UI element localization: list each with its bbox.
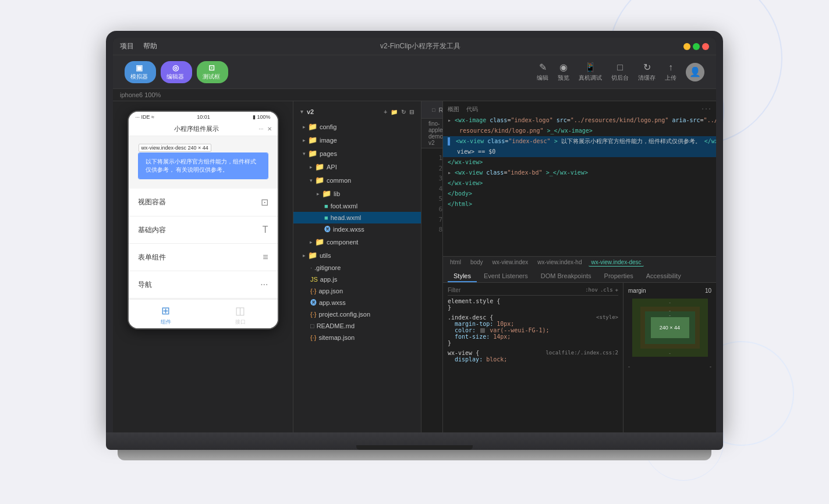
styles-filter-row: :hov .cls + xyxy=(448,285,618,296)
sitemap-label: sitemap.json xyxy=(318,334,355,341)
menu-project[interactable]: 项目 xyxy=(120,41,134,51)
code-line-4: 4 <view class="page-head-line"></view> xyxy=(421,184,442,194)
upload-tool[interactable]: ↑ 上传 xyxy=(665,62,676,82)
user-avatar[interactable]: 👤 xyxy=(686,63,704,81)
overview-tab[interactable]: 概图 xyxy=(448,105,459,114)
style-rule-element: element.style { } xyxy=(448,298,618,311)
selected-element-overlay: wx-view.index-desc 240 × 44 以下将展示小程序官方组件… xyxy=(138,152,268,179)
list-item-2[interactable]: 基础内容 T xyxy=(129,216,278,244)
nav-item-components[interactable]: ⊞ 组件 xyxy=(161,304,171,326)
api-chevron xyxy=(310,164,313,170)
sel-wx-view-index-desc[interactable]: wx-view.index-desc xyxy=(589,258,643,267)
tree-item-lib[interactable]: 📁 lib xyxy=(293,187,421,200)
list-label-4: 导航 xyxy=(138,280,152,290)
filter-hint-plus[interactable]: + xyxy=(615,287,618,293)
tree-item-project-config[interactable]: {·} project.config.json xyxy=(293,308,421,320)
devtools-panel: 概图 代码 ··· ▸ <wx-image class="index-logo"… xyxy=(442,101,716,432)
close-button[interactable] xyxy=(702,43,709,50)
line-num-4: 4 xyxy=(426,184,442,194)
tree-item-image[interactable]: 📁 image xyxy=(293,133,421,147)
index-desc-selector: .index-desc { xyxy=(448,314,493,321)
laptop-container: 项目 帮助 v2-FinClip小程序开发工具 ▣ xyxy=(106,31,723,473)
list-item-1[interactable]: 视图容器 ⊡ xyxy=(129,189,278,216)
tree-item-pages[interactable]: 📁 pages xyxy=(293,147,421,160)
tree-item-component[interactable]: 📁 component xyxy=(293,235,421,249)
editor-button[interactable]: ◎ 编辑器 xyxy=(161,61,192,83)
tree-item-foot-wxml[interactable]: ■ foot.wxml xyxy=(293,200,421,212)
edit-tool[interactable]: ✎ 编辑 xyxy=(537,62,548,82)
code-tab[interactable]: 代码 xyxy=(466,105,478,114)
tree-item-index-wxss[interactable]: 🅜 index.wxss xyxy=(293,223,421,235)
preview-tool[interactable]: ◉ 预览 xyxy=(558,62,569,82)
device-debug-tool[interactable]: 📱 真机调试 xyxy=(579,62,602,82)
test-button[interactable]: ⊡ 测试框 xyxy=(197,61,228,83)
head-wxml-icon: ■ xyxy=(324,214,328,221)
devtools-html-line-1: ▸ <wx-image class="index-logo" src="../r… xyxy=(443,115,716,126)
list-item-4[interactable]: 导航 ··· xyxy=(129,271,278,299)
styles-tab-styles[interactable]: Styles xyxy=(448,271,477,282)
component-label: component xyxy=(327,239,358,246)
breadcrumb: fino-applet-demo-v2 › pages › common › h… xyxy=(421,119,442,148)
nav-components-label: 组件 xyxy=(161,318,171,326)
minimize-button[interactable] xyxy=(683,43,690,50)
sel-wx-view-index[interactable]: wx-view.index xyxy=(490,258,531,267)
nav-item-api[interactable]: ◫ 接口 xyxy=(235,304,246,326)
tab-readme[interactable]: □ README.md xyxy=(426,101,442,118)
styles-tab-properties[interactable]: Properties xyxy=(598,271,639,282)
toolbar-right: ✎ 编辑 ◉ 预览 📱 真机调试 □ 切后台 xyxy=(537,62,704,82)
devtools-html-view[interactable]: 概图 代码 ··· ▸ <wx-image class="index-logo"… xyxy=(443,101,716,256)
style-rule-wx-view: wx-view { localfile:/.index.css:2 displa… xyxy=(448,350,618,363)
filter-hint-hov[interactable]: :hov xyxy=(585,287,598,293)
devtools-html-line-5: </wx-view> xyxy=(443,157,716,168)
tree-item-common[interactable]: 📁 common xyxy=(293,173,421,187)
common-folder-icon: 📁 xyxy=(315,176,324,184)
refresh-icon[interactable]: ↻ xyxy=(401,109,406,115)
tree-item-sitemap[interactable]: {·} sitemap.json xyxy=(293,332,421,343)
list-label-1: 视图容器 xyxy=(138,197,166,207)
new-folder-icon[interactable]: 📁 xyxy=(391,109,398,115)
devtools-more[interactable]: ··· xyxy=(701,105,711,114)
menu-help[interactable]: 帮助 xyxy=(143,41,157,51)
line-num-2: 2 xyxy=(426,164,442,174)
styles-tab-event-listeners[interactable]: Event Listeners xyxy=(478,271,534,282)
api-folder-icon: 📁 xyxy=(315,162,324,171)
tree-item-api[interactable]: 📁 API xyxy=(293,160,421,173)
tree-item-head-wxml[interactable]: ■ head.wxml xyxy=(293,212,421,223)
component-chevron xyxy=(310,239,313,245)
clear-cache-icon: ↻ xyxy=(643,62,651,73)
code-line-7: 7 </template> xyxy=(421,215,442,225)
tree-item-app-json[interactable]: {·} app.json xyxy=(293,285,421,297)
list-label-3: 表单组件 xyxy=(138,253,166,262)
styles-tab-dom-breakpoints[interactable]: DOM Breakpoints xyxy=(535,271,597,282)
styles-filter-input[interactable] xyxy=(448,287,582,293)
list-icon-4: ··· xyxy=(260,279,268,290)
tree-item-utils[interactable]: 📁 utils xyxy=(293,249,421,262)
tree-item-gitignore[interactable]: · .gitignore xyxy=(293,262,421,274)
component-folder-icon: 📁 xyxy=(315,237,324,246)
color-prop: color: xyxy=(448,327,476,333)
filter-hint-cls[interactable]: .cls xyxy=(600,287,613,293)
gitignore-label: .gitignore xyxy=(314,264,341,271)
box-model-panel: margin 10 - - xyxy=(623,283,716,433)
clear-cache-tool[interactable]: ↻ 清缓存 xyxy=(638,62,656,82)
sel-html[interactable]: html xyxy=(448,258,463,267)
lib-chevron xyxy=(317,191,320,197)
new-file-icon[interactable]: + xyxy=(384,109,387,115)
head-wxml-label: head.wxml xyxy=(331,214,362,221)
code-editor[interactable]: 1 <template name="head"> 2 <view class="… xyxy=(421,148,442,432)
sel-body[interactable]: body xyxy=(468,258,486,267)
style-rule-element-selector: element.style { xyxy=(448,298,618,304)
simulator-button[interactable]: ▣ 模拟器 xyxy=(125,61,156,83)
list-item-3[interactable]: 表单组件 ≡ xyxy=(129,244,278,271)
tree-item-app-wxss[interactable]: 🅜 app.wxss xyxy=(293,297,421,308)
collapse-icon[interactable]: ⊟ xyxy=(409,109,414,115)
tree-item-readme[interactable]: □ README.md xyxy=(293,320,421,332)
tree-item-app-js[interactable]: JS app.js xyxy=(293,274,421,285)
maximize-button[interactable] xyxy=(693,43,700,50)
background-tool[interactable]: □ 切后台 xyxy=(611,62,629,82)
tree-item-config[interactable]: 📁 config xyxy=(293,120,421,133)
styles-tab-accessibility[interactable]: Accessibility xyxy=(640,271,687,282)
sel-wx-view-index-hd[interactable]: wx-view.index-hd xyxy=(535,258,584,267)
code-line-2: 2 <view class="page-head"> xyxy=(421,164,442,174)
code-line-3: 3 <view class="page-head-title">{{title}… xyxy=(421,173,442,184)
